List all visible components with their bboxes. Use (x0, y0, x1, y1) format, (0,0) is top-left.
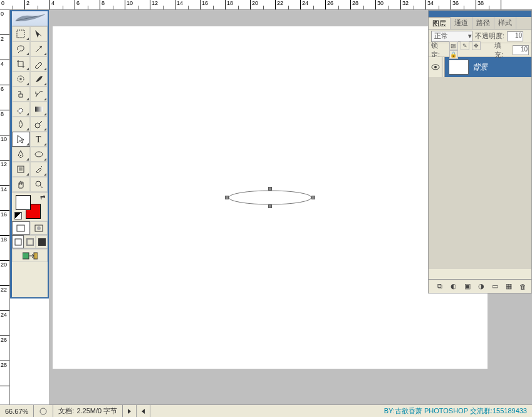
anchor-right[interactable] (311, 196, 315, 199)
lock-pixels-button[interactable]: ✎ (461, 41, 469, 50)
doc-info[interactable]: 文档: 2.25M/0 字节 (53, 405, 123, 417)
eraser-tool[interactable] (12, 102, 30, 117)
lock-position-button[interactable]: ✥ (472, 41, 481, 50)
crop-tool[interactable] (12, 56, 30, 71)
gradient-tool[interactable] (30, 102, 48, 117)
svg-rect-3 (35, 107, 43, 112)
magic-wand-tool[interactable] (30, 41, 48, 56)
ruler-v-tick: 2 (0, 35, 9, 60)
ruler-h-tick: 16 (201, 0, 226, 9)
layer-style-icon[interactable]: ◐ (449, 282, 459, 292)
tab-styles[interactable]: 样式 (494, 17, 516, 29)
shape-tool[interactable] (30, 147, 48, 162)
tab-channels[interactable]: 通道 (451, 17, 472, 29)
group-icon[interactable]: ▭ (490, 282, 500, 292)
type-tool[interactable]: T (30, 132, 48, 147)
doc-info-flyout[interactable] (123, 405, 137, 417)
ruler-h-tick: 12 (150, 0, 175, 9)
anchor-left[interactable] (225, 196, 229, 199)
dodge-tool[interactable] (30, 117, 48, 132)
app-feather-icon (14, 13, 46, 24)
svg-point-1 (41, 46, 42, 47)
screen-standard-button[interactable] (12, 235, 24, 248)
history-brush-tool[interactable] (30, 87, 48, 102)
eyedropper-tool[interactable] (30, 162, 48, 177)
marquee-tool[interactable] (12, 26, 30, 41)
ruler-h-tick: 18 (226, 0, 251, 9)
ruler-v-tick: 6 (0, 85, 9, 110)
swap-colors-icon[interactable]: ⇄ (40, 194, 45, 201)
ruler-v-tick: 10 (0, 135, 9, 161)
lock-all-button[interactable]: 🔒 (449, 50, 458, 59)
screen-full-button[interactable] (36, 235, 48, 248)
svg-point-6 (20, 155, 21, 156)
credit-text: BY:古欲香萧 PHOTOSHOP 交流群:155189433 (384, 406, 532, 416)
fill-input[interactable]: 10 (513, 45, 529, 55)
pen-tool[interactable] (12, 147, 30, 162)
lock-transparent-button[interactable]: ▨ (449, 41, 458, 50)
new-layer-icon[interactable]: ▦ (504, 282, 514, 292)
panel-titlebar[interactable] (429, 11, 531, 17)
document-canvas[interactable] (53, 26, 488, 369)
svg-point-19 (229, 191, 311, 204)
link-column[interactable] (442, 57, 445, 77)
svg-rect-18 (34, 253, 38, 259)
screen-fullmenu-button[interactable] (24, 235, 36, 248)
blur-tool[interactable] (12, 117, 30, 132)
svg-point-22 (40, 408, 46, 414)
foreground-color-swatch[interactable] (16, 195, 31, 210)
lock-fill-row: 锁定: ▨ ✎ ✥ 🔒 填充: 10 (429, 43, 531, 57)
lasso-tool[interactable] (12, 41, 30, 56)
zoom-tool[interactable] (30, 177, 48, 192)
brush-tool[interactable] (30, 71, 48, 87)
visibility-toggle[interactable] (429, 57, 442, 77)
ruler-h-tick: 0 (0, 0, 25, 9)
tab-layers[interactable]: 图层 (429, 17, 451, 29)
scratch-icon[interactable] (34, 405, 53, 417)
scroll-left-button[interactable] (137, 405, 150, 417)
notes-tool[interactable] (12, 162, 30, 177)
adjustment-layer-icon[interactable]: ◑ (476, 282, 486, 292)
layer-name-label[interactable]: 背景 (472, 62, 488, 73)
color-swatches: ⇄ (12, 192, 48, 221)
path-select-tool[interactable] (12, 132, 30, 147)
ruler-h-tick: 10 (125, 0, 150, 9)
ellipse-vector-path[interactable] (227, 189, 313, 206)
screen-mode-row (12, 235, 48, 248)
opacity-input[interactable]: 10 (507, 31, 523, 41)
toolbox-header[interactable] (12, 11, 48, 26)
move-tool[interactable] (30, 26, 48, 41)
ruler-v-tick: 24 (0, 311, 9, 336)
ruler-h-tick: 36 (451, 0, 476, 9)
layer-mask-icon[interactable]: ▣ (462, 282, 472, 292)
jump-to-imageready-button[interactable] (12, 249, 48, 262)
layer-thumbnail[interactable] (449, 60, 469, 75)
link-layers-icon[interactable]: ⧉ (435, 282, 445, 292)
healing-brush-tool[interactable] (12, 71, 30, 87)
blend-mode-value: 正常 (434, 31, 448, 41)
anchor-top[interactable] (268, 187, 272, 191)
slice-tool[interactable] (30, 56, 48, 71)
eye-icon (431, 64, 440, 70)
ruler-h-tick: 20 (251, 0, 276, 9)
quickmask-mode-button[interactable] (30, 221, 48, 235)
clone-stamp-tool[interactable] (12, 87, 30, 102)
default-colors-icon[interactable] (14, 212, 22, 219)
anchor-bottom[interactable] (268, 204, 272, 208)
doc-value: 2.25M/0 字节 (76, 406, 117, 416)
zoom-display[interactable]: 66.67% (0, 405, 34, 417)
ruler-v-tick: 22 (0, 286, 9, 311)
svg-rect-0 (17, 30, 24, 38)
tab-paths[interactable]: 路径 (472, 17, 494, 29)
triangle-left-icon (142, 409, 145, 414)
ruler-vertical: 0246810121416182022242628 (0, 10, 10, 417)
panel-tabs: 图层 通道 路径 样式 (429, 17, 531, 29)
trash-icon[interactable]: 🗑 (518, 282, 528, 292)
hand-tool[interactable] (12, 177, 30, 192)
ruler-v-tick: 8 (0, 110, 9, 135)
ruler-h-tick: 22 (276, 0, 301, 9)
layer-row[interactable]: 背景 (429, 57, 531, 77)
ruler-h-tick: 32 (401, 0, 426, 9)
standard-mode-button[interactable] (12, 221, 30, 235)
zoom-value: 66.67% (5, 408, 28, 415)
